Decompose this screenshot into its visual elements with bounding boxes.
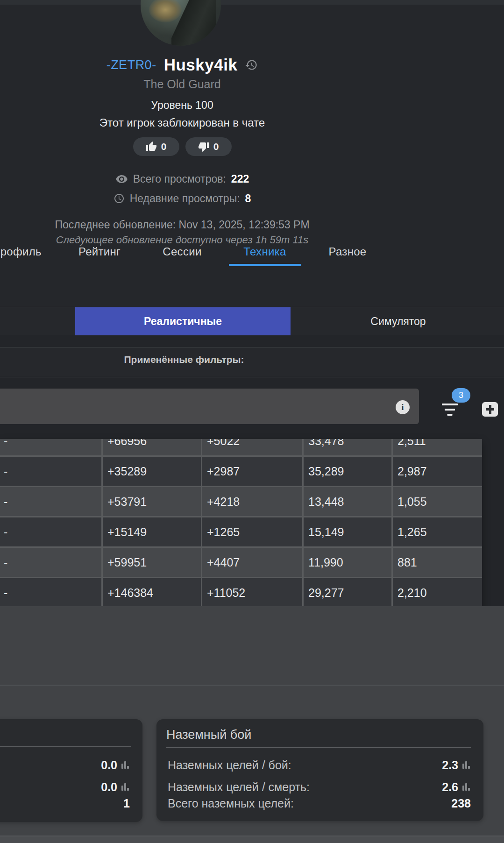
like-count: 0 xyxy=(161,141,167,152)
bar-chart-icon[interactable] xyxy=(121,761,130,769)
clock-icon xyxy=(114,193,125,204)
card-divider xyxy=(166,747,471,748)
clan-name: The Old Guard xyxy=(0,78,504,91)
stat-row: 0.0 xyxy=(0,780,142,793)
total-views-label: Всего просмотров: xyxy=(133,173,226,185)
mode-tab-simulator[interactable]: Симулятор xyxy=(291,307,504,336)
tab-misc[interactable]: Разное xyxy=(306,241,389,266)
stat-value: 2.6 xyxy=(442,780,458,794)
filter-icon[interactable] xyxy=(441,404,459,417)
card-divider xyxy=(0,746,131,747)
applied-filters-label: Применённые фильтры: xyxy=(124,354,244,365)
bar-chart-icon[interactable] xyxy=(462,783,471,791)
filter-count-badge[interactable]: 3 xyxy=(452,388,470,403)
player-level: Уровень 100 xyxy=(0,99,504,112)
dislike-count: 0 xyxy=(213,141,219,152)
chat-blocked-notice: Этот игрок заблокирован в чате xyxy=(0,116,504,129)
stat-row: Наземных целей / смерть: 2.6 xyxy=(156,780,483,793)
profile-tab-bar: Профиль Рейтинг Сессии Техника Разное xyxy=(0,241,504,266)
recent-views-value: 8 xyxy=(245,192,251,205)
stat-value: 2.3 xyxy=(442,758,458,772)
info-icon[interactable]: i xyxy=(396,400,410,414)
total-views-value: 222 xyxy=(231,173,249,185)
add-filter-button[interactable] xyxy=(482,402,498,417)
stat-row: 0.0 xyxy=(0,758,142,772)
table-row[interactable]: - +53791 +4218 13,448 1,055 xyxy=(0,487,482,516)
mode-tab-arcade[interactable] xyxy=(0,307,75,336)
game-mode-switcher: Реалистичные Симулятор xyxy=(0,307,504,335)
stat-label: Наземных целей / бой: xyxy=(168,758,291,772)
stat-row: Всего наземных целей: 238 xyxy=(156,797,483,810)
stats-card-left: 0.0 0.0 1 xyxy=(0,719,142,822)
vehicle-search-input[interactable] xyxy=(0,389,419,424)
player-username: Husky4ik xyxy=(164,56,238,74)
top-edge-strip xyxy=(0,0,504,5)
table-row[interactable]: - +66956 +5022 33,478 2,511 xyxy=(0,439,482,455)
dislike-button[interactable]: 0 xyxy=(185,137,232,156)
stat-label: Наземных целей / смерть: xyxy=(168,780,310,794)
total-views-row: Всего просмотров: 222 xyxy=(0,172,504,185)
tab-sessions[interactable]: Сессии xyxy=(141,241,224,266)
stat-row: 1 xyxy=(0,797,142,810)
table-row[interactable]: - +15149 +1265 15,149 1,265 xyxy=(0,517,482,546)
thumb-up-icon xyxy=(146,141,157,152)
bar-chart-icon[interactable] xyxy=(121,783,130,791)
clan-tag[interactable]: -ZETR0- xyxy=(106,58,156,72)
thumb-down-icon xyxy=(198,141,209,152)
mode-tab-realistic[interactable]: Реалистичные xyxy=(75,307,291,336)
stat-label: Всего наземных целей: xyxy=(168,797,294,810)
history-icon[interactable] xyxy=(245,58,258,71)
player-name-row: -ZETR0- Husky4ik xyxy=(0,55,504,75)
stat-value: 238 xyxy=(451,797,471,810)
applied-filters-panel: Применённые фильтры: xyxy=(0,347,504,377)
like-dislike-row: 0 0 xyxy=(0,137,504,156)
stat-row: Наземных целей / бой: 2.3 xyxy=(156,758,483,772)
eye-icon xyxy=(115,173,128,185)
bar-chart-icon[interactable] xyxy=(462,761,471,769)
active-tab-underline xyxy=(229,264,301,266)
avatar[interactable] xyxy=(141,0,221,46)
last-update-text: Последнее обновление: Nov 13, 2025, 12:3… xyxy=(0,219,504,231)
recent-views-label: Недавние просмотры: xyxy=(130,192,240,205)
recent-views-row: Недавние просмотры: 8 xyxy=(0,192,504,205)
table-row[interactable]: - +146384 +11052 29,277 2,210 xyxy=(0,578,482,607)
section-divider xyxy=(0,685,504,686)
ground-battle-card: Наземный бой Наземных целей / бой: 2.3 Н… xyxy=(156,719,483,821)
tab-rating[interactable]: Рейтинг xyxy=(58,241,141,266)
tab-profile[interactable]: Профиль xyxy=(0,241,58,266)
like-button[interactable]: 0 xyxy=(133,137,179,156)
table-row[interactable]: - +59951 +4407 11,990 881 xyxy=(0,548,482,577)
tab-vehicles[interactable]: Техника xyxy=(224,241,306,266)
card-title: Наземный бой xyxy=(166,728,251,742)
table-row[interactable]: - +35289 +2987 35,289 2,987 xyxy=(0,457,482,486)
bottom-edge-strip xyxy=(0,836,504,843)
